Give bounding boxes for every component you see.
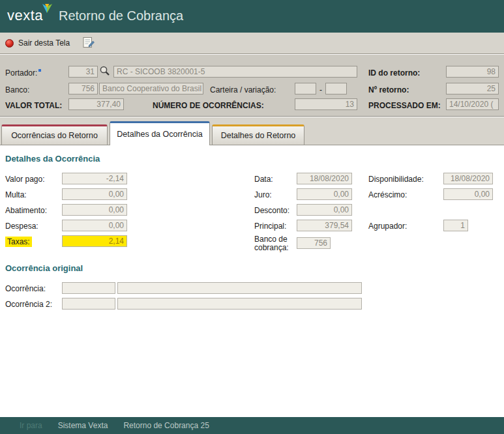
taxas-field[interactable]: 2,14: [62, 235, 127, 247]
ocorrencia-desc-field[interactable]: [117, 282, 362, 294]
details-section-title: Detalhes da Ocorrência: [5, 154, 100, 164]
footer-breadcrumb: Ir para Sistema Vexta Retorno de Cobranç…: [0, 417, 504, 434]
num-ocorrencias-label: NÚMERO DE OCORRÊNCIAS:: [153, 101, 264, 110]
carteira-field[interactable]: [295, 83, 316, 94]
logo-mark-icon: [42, 4, 53, 14]
ocorrencia2-desc-field[interactable]: [117, 298, 362, 310]
ocorrencia-code-field[interactable]: [62, 282, 115, 294]
data-field[interactable]: 18/08/2020: [297, 173, 352, 184]
portador-label: Portador:: [5, 68, 41, 78]
juro-field[interactable]: 0,00: [297, 188, 352, 200]
multa-field[interactable]: 0,00: [62, 188, 127, 200]
breadcrumb-retorno-de-cobranca[interactable]: Retorno de Cobrança 25: [123, 421, 209, 430]
banco-code-field[interactable]: 756: [68, 83, 98, 94]
n-retorno-field[interactable]: 25: [446, 83, 499, 94]
original-section-title: Ocorrência original: [5, 263, 83, 273]
vexta-logo: vexta: [7, 7, 43, 24]
breadcrumb-sistema-vexta[interactable]: Sistema Vexta: [58, 421, 108, 430]
ocorrencia2-code-field[interactable]: [62, 298, 115, 310]
data-label: Data:: [254, 175, 273, 184]
tab-bar: Ocorrências do Retorno Detalhes da Ocorr…: [0, 117, 504, 145]
multa-label: Multa:: [5, 190, 27, 199]
num-ocorrencias-field[interactable]: 13: [295, 98, 357, 110]
taxas-label: Taxas:: [5, 237, 32, 246]
banco-name-field[interactable]: Banco Cooperativo do Brasil: [99, 83, 203, 94]
valor-total-label: VALOR TOTAL:: [5, 101, 62, 110]
portador-name-field[interactable]: RC - SICOOB 3820001-5: [113, 66, 357, 78]
tab-detalhes-da-ocorrencia[interactable]: Detalhes da Ocorrência: [110, 121, 210, 145]
toolbar: Sair desta Tela: [0, 33, 504, 54]
tab-content: Detalhes da Ocorrência Valor pago: -2,14…: [0, 145, 504, 417]
exit-label: Sair desta Tela: [18, 38, 70, 48]
portador-search-button[interactable]: [99, 65, 110, 78]
desconto-field[interactable]: 0,00: [297, 204, 352, 216]
title-bar: vexta Retorno de Cobrança: [0, 0, 504, 33]
ir-para-label: Ir para: [20, 421, 42, 430]
valor-total-field[interactable]: 377,40: [68, 98, 124, 110]
despesa-label: Despesa:: [5, 222, 38, 231]
agrupador-field[interactable]: 1: [443, 220, 468, 231]
acrescimo-label: Acréscimo:: [368, 190, 407, 199]
valor-pago-label: Valor pago:: [5, 175, 45, 184]
portador-note-marker: [38, 69, 41, 72]
valor-pago-field[interactable]: -2,14: [62, 173, 127, 184]
abatimento-field[interactable]: 0,00: [62, 204, 127, 216]
principal-field[interactable]: 379,54: [297, 220, 352, 231]
acrescimo-field[interactable]: 0,00: [443, 188, 493, 200]
banco-cobranca-field[interactable]: 756: [297, 237, 331, 249]
abatimento-label: Abatimento:: [5, 206, 47, 215]
exit-screen-button[interactable]: Sair desta Tela: [5, 38, 70, 48]
page-title: Retorno de Cobrança: [59, 8, 183, 23]
report-edit-button[interactable]: [82, 35, 96, 51]
disponibilidade-label: Disponibilidade:: [368, 175, 424, 184]
search-icon: [99, 65, 110, 76]
id-retorno-label: ID do retorno:: [368, 68, 420, 78]
ocorrencia2-label: Ocorrência 2:: [5, 300, 52, 309]
tab-detalhes-do-retorno[interactable]: Detalhes do Retorno: [212, 124, 304, 145]
agrupador-label: Agrupador:: [368, 222, 407, 231]
tab-ocorrencias-do-retorno[interactable]: Ocorrências do Retorno: [1, 124, 108, 145]
n-retorno-label: Nº retorno:: [368, 85, 409, 94]
banco-label: Banco:: [5, 85, 29, 94]
processado-em-label: PROCESSADO EM:: [368, 101, 441, 110]
tab-label: Ocorrências do Retorno: [11, 131, 98, 140]
banco-cobranca-label: Banco de cobrança:: [254, 235, 295, 252]
exit-icon: [5, 39, 14, 48]
id-retorno-field[interactable]: 98: [446, 66, 499, 78]
juro-label: Juro:: [254, 190, 272, 199]
processado-em-field[interactable]: 14/10/2020 (: [446, 98, 499, 110]
despesa-field[interactable]: 0,00: [62, 220, 127, 231]
ocorrencia-label: Ocorrência:: [5, 284, 46, 293]
tab-label: Detalhes do Retorno: [221, 131, 296, 140]
header-form: Portador: 31 RC - SICOOB 3820001-5 ID do…: [0, 55, 504, 117]
logo-text: vexta: [7, 7, 43, 23]
form-edit-icon: [83, 36, 95, 48]
tab-label: Detalhes da Ocorrência: [117, 130, 202, 139]
carteira-variacao-label: Carteira / variação:: [210, 85, 276, 94]
portador-code-field[interactable]: 31: [68, 66, 98, 78]
variacao-field[interactable]: [325, 83, 347, 94]
carteira-variacao-separator: -: [319, 85, 322, 94]
principal-label: Principal:: [254, 222, 286, 231]
desconto-label: Desconto:: [254, 206, 289, 215]
disponibilidade-field[interactable]: 18/08/2020: [443, 173, 493, 184]
